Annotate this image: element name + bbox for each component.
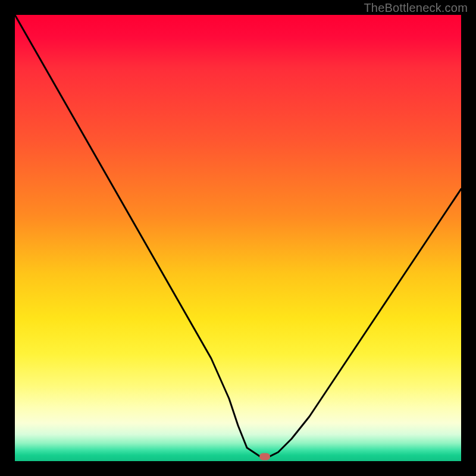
optimal-marker [259,453,270,461]
plot-area [15,15,461,461]
bottleneck-curve [15,15,461,457]
curve-layer [15,15,461,461]
chart-frame: TheBottleneck.com [0,0,476,476]
watermark-text: TheBottleneck.com [364,1,468,15]
